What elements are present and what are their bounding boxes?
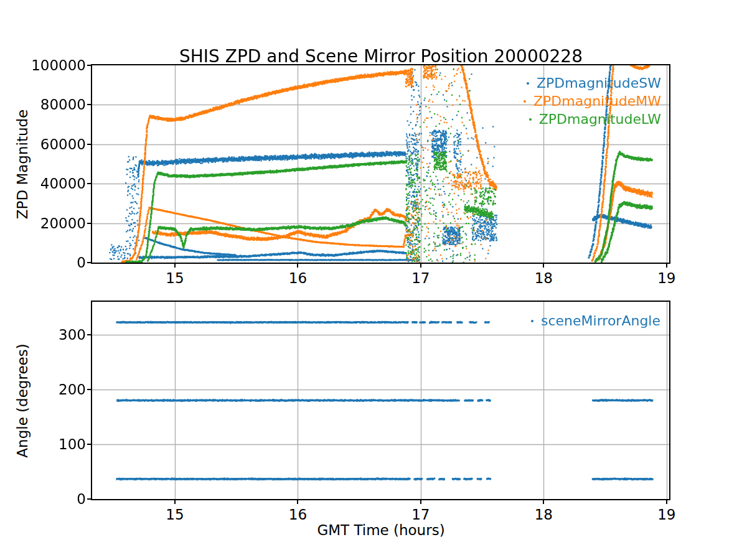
- x-tick-mark: [666, 264, 667, 268]
- y-tick-mark: [87, 223, 91, 224]
- x-tick-mark: [297, 500, 298, 504]
- chart-title: SHIS ZPD and Scene Mirror Position 20000…: [179, 46, 583, 67]
- y-tick-mark: [87, 144, 91, 145]
- legend-item-zpd-mw: ZPDmagnitudeMW: [524, 92, 661, 110]
- y-tick-mark: [87, 334, 91, 335]
- y-tick-mark: [87, 104, 91, 105]
- figure: SHIS ZPD and Scene Mirror Position 20000…: [0, 0, 747, 560]
- x-tick-label: 15: [166, 506, 184, 523]
- legend-item-scene-mirror-angle: sceneMirrorAngle: [531, 312, 660, 330]
- y-tick-mark: [87, 65, 91, 66]
- x-tick-mark: [174, 264, 176, 268]
- x-tick-mark: [420, 264, 421, 268]
- legend-label-sw: ZPDmagnitudeSW: [537, 75, 661, 91]
- y-tick-mark: [87, 444, 91, 445]
- x-tick-label: 17: [411, 270, 430, 286]
- y-tick-label: 0: [17, 254, 86, 271]
- x-tick-label: 17: [411, 506, 430, 523]
- legend-label-mw: ZPDmagnitudeMW: [533, 93, 661, 109]
- x-tick-label: 16: [289, 506, 307, 523]
- x-tick-mark: [543, 264, 544, 268]
- y-tick-mark: [87, 498, 91, 500]
- x-tick-mark: [297, 264, 298, 268]
- legend-marker-lw-icon: [529, 118, 532, 121]
- y-tick-label: 300: [17, 327, 86, 343]
- x-tick-label: 15: [166, 270, 184, 286]
- y-tick-mark: [87, 183, 91, 184]
- top-legend: ZPDmagnitudeSW ZPDmagnitudeMW ZPDmagnitu…: [524, 74, 661, 128]
- x-tick-label: 19: [657, 506, 675, 523]
- y-tick-label: 20000: [17, 215, 86, 231]
- legend-marker-sw-icon: [527, 82, 529, 85]
- x-tick-label: 16: [289, 270, 307, 286]
- legend-item-zpd-sw: ZPDmagnitudeSW: [524, 74, 661, 92]
- bottom-plot-canvas: [92, 302, 669, 499]
- y-tick-label: 60000: [17, 136, 86, 152]
- x-tick-mark: [543, 500, 544, 504]
- y-tick-mark: [87, 389, 91, 390]
- x-tick-mark: [420, 500, 421, 504]
- y-tick-label: 40000: [17, 175, 86, 192]
- legend-label-lw: ZPDmagnitudeLW: [539, 111, 661, 127]
- legend-marker-mw-icon: [524, 100, 526, 103]
- y-tick-label: 100: [17, 436, 86, 452]
- legend-item-zpd-lw: ZPDmagnitudeLW: [524, 110, 661, 128]
- y-tick-mark: [87, 262, 91, 263]
- y-tick-label: 200: [17, 381, 86, 398]
- bottom-legend: sceneMirrorAngle: [531, 312, 660, 330]
- x-tick-mark: [666, 500, 667, 504]
- legend-label-scene-mirror: sceneMirrorAngle: [541, 313, 660, 329]
- x-tick-label: 18: [535, 270, 553, 286]
- y-tick-label: 0: [17, 491, 86, 507]
- x-tick-mark: [174, 500, 176, 504]
- y-tick-label: 100000: [17, 57, 86, 73]
- legend-marker-scene-mirror-icon: [531, 320, 533, 322]
- x-tick-label: 19: [657, 270, 675, 286]
- x-axis-label: GMT Time (hours): [317, 522, 444, 538]
- y-tick-label: 80000: [17, 96, 86, 113]
- x-tick-label: 18: [535, 506, 553, 523]
- top-y-axis-label: ZPD Magnitude: [14, 110, 31, 220]
